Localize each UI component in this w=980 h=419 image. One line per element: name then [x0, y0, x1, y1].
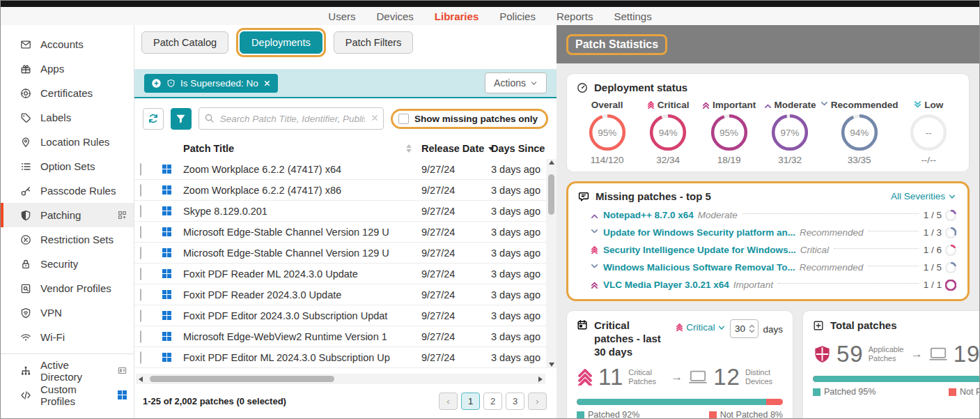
sidebar-item[interactable]: Option Sets: [1, 154, 134, 178]
tab[interactable]: Patch Filters: [334, 31, 414, 54]
refresh-button[interactable]: [143, 108, 164, 130]
progress-ring: [945, 245, 956, 256]
row-checkbox[interactable]: [140, 268, 141, 280]
scroll-left-icon[interactable]: [139, 376, 143, 382]
tab[interactable]: Patch Catalog: [141, 31, 228, 54]
show-missing-patches-toggle[interactable]: Show missing patches only: [391, 109, 548, 129]
vertical-scrollbar[interactable]: [546, 159, 557, 368]
row-checkbox[interactable]: [140, 289, 141, 301]
certificate-icon: [20, 87, 32, 99]
gauge-fraction: 33/35: [848, 155, 871, 165]
row-checkbox[interactable]: [140, 226, 141, 238]
column-release-date[interactable]: Release Date: [421, 143, 491, 154]
sidebar-item[interactable]: Accounts: [1, 32, 134, 56]
row-checkbox[interactable]: [140, 184, 141, 197]
sidebar-item[interactable]: Apps: [1, 56, 134, 81]
row-checkbox[interactable]: [140, 330, 141, 343]
arrow-icon: →: [671, 370, 683, 384]
filter-button[interactable]: [171, 108, 192, 130]
column-days-since[interactable]: Days Since: [491, 143, 545, 154]
patch-link[interactable]: Update for Windows Security platform an.…: [603, 227, 795, 238]
search-input[interactable]: [199, 107, 384, 130]
patch-title-cell: Foxit PDF Reader ML 2024.3.0 Update: [183, 268, 421, 280]
sidebar-item[interactable]: Security: [1, 252, 134, 276]
stepper-up-icon[interactable]: [749, 324, 755, 328]
table-row[interactable]: Zoom Workplace 6.2.2 (47417) x64 9/27/24…: [134, 159, 557, 180]
patch-list-area: Patch CatalogDeploymentsPatch Filters Is…: [134, 25, 557, 418]
days-since-cell: 3 days ago: [491, 247, 545, 259]
row-checkbox[interactable]: [140, 205, 141, 218]
severity-critical-icon: [591, 246, 598, 254]
top-nav-item[interactable]: Policies: [499, 10, 536, 22]
patch-link[interactable]: Security Intelligence Update for Windows…: [603, 245, 796, 255]
key-icon: [20, 185, 32, 197]
scrollbar-thumb[interactable]: [548, 174, 554, 215]
prev-page-button[interactable]: ‹: [439, 393, 458, 410]
remove-filter-icon[interactable]: [263, 79, 271, 87]
row-checkbox[interactable]: [140, 247, 141, 259]
patch-link[interactable]: Notepad++ 8.7.0 x64: [603, 210, 694, 220]
stepper-down-icon[interactable]: [749, 329, 755, 333]
card-title: Total patches: [830, 319, 897, 331]
column-patch-title[interactable]: Patch Title: [183, 143, 421, 154]
sidebar-item[interactable]: Certificates: [1, 81, 134, 105]
table-row[interactable]: Foxit PDF Editor 2024.3.0 Subscription U…: [134, 305, 557, 326]
severity-select[interactable]: Critical: [676, 322, 726, 333]
severity-filter-dropdown[interactable]: All Severities: [891, 191, 956, 201]
horizontal-scrollbar[interactable]: [136, 374, 545, 384]
device-fraction: 1 / 3: [924, 227, 942, 238]
row-checkbox[interactable]: [140, 310, 141, 322]
top-nav-item[interactable]: Reports: [557, 10, 593, 22]
sidebar-item-label: Custom Profiles: [40, 383, 109, 407]
patch-management-window: UsersDevicesLibrariesPoliciesReportsSett…: [0, 0, 980, 419]
sidebar-item[interactable]: Labels: [1, 105, 134, 130]
vendor-box-icon: [20, 282, 32, 294]
filter-chip-is-superseded[interactable]: Is Superseded: No: [144, 74, 278, 93]
patch-link[interactable]: Windows Malicious Software Removal To...: [603, 262, 795, 273]
table-row[interactable]: Zoom Workplace 6.2.2 (47417) x86 9/27/24…: [134, 180, 557, 201]
sidebar-item[interactable]: VPN: [1, 300, 134, 325]
row-checkbox[interactable]: [140, 351, 141, 364]
sidebar-item[interactable]: Location Rules: [1, 130, 134, 154]
sidebar-item[interactable]: Passcode Rules: [1, 178, 134, 203]
table-row[interactable]: Foxit PDF Editor ML 2024.3.0 Subscriptio…: [134, 347, 557, 368]
sidebar-item[interactable]: Patching: [1, 203, 134, 227]
scroll-right-icon[interactable]: [538, 376, 543, 382]
top-nav-item[interactable]: Devices: [377, 10, 414, 22]
sidebar-item[interactable]: Wi-Fi: [1, 325, 134, 349]
days-input[interactable]: [731, 323, 749, 334]
row-checkbox[interactable]: [140, 163, 141, 176]
sidebar-item[interactable]: Restriction Sets: [1, 227, 134, 252]
scrollbar-thumb[interactable]: [150, 376, 334, 382]
gauge-percentage: 95%: [589, 114, 626, 151]
page-button[interactable]: 2: [483, 393, 502, 410]
scroll-down-icon[interactable]: [549, 363, 554, 367]
table-row[interactable]: Skype 8.129.0.201 9/27/24 3 days ago: [134, 201, 557, 222]
sort-icon[interactable]: [406, 144, 412, 153]
sidebar-item-label: Active Directory: [40, 359, 109, 383]
actions-button[interactable]: Actions: [485, 73, 547, 93]
top-nav-item[interactable]: Settings: [614, 10, 651, 22]
missing-patch-row: Security Intelligence Update for Windows…: [591, 241, 956, 259]
next-page-button[interactable]: ›: [528, 393, 547, 410]
sidebar-item[interactable]: Active Directory: [1, 358, 134, 383]
table-row[interactable]: Microsoft Edge-Stable Channel Version 12…: [134, 243, 557, 264]
table-row[interactable]: Foxit PDF Reader 2024.3.0 Update 9/27/24…: [134, 284, 557, 305]
table-row[interactable]: Foxit PDF Reader ML 2024.3.0 Update 9/27…: [134, 264, 557, 284]
clear-search-icon[interactable]: [371, 114, 379, 122]
show-missing-checkbox[interactable]: [398, 114, 409, 124]
table-row[interactable]: Microsoft Edge-Stable Channel Version 12…: [134, 222, 557, 243]
top-nav-item[interactable]: Users: [328, 10, 355, 22]
top-nav-item[interactable]: Libraries: [435, 10, 479, 22]
sidebar-item[interactable]: Vendor Profiles: [1, 276, 134, 300]
sidebar-item[interactable]: Custom Profiles: [1, 383, 134, 407]
days-since-cell: 3 days ago: [491, 227, 545, 238]
patch-link[interactable]: VLC Media Player 3.0.21 x64: [603, 280, 729, 290]
deployment-status-card: Deployment status Overall 95%: [566, 73, 970, 172]
windows-color-icon: [162, 206, 183, 215]
page-button[interactable]: 1: [461, 393, 480, 410]
scroll-up-icon[interactable]: [549, 160, 554, 165]
page-button[interactable]: 3: [506, 393, 524, 410]
table-row[interactable]: Microsoft Edge-WebView2 Runtime Version …: [134, 326, 557, 347]
tab[interactable]: Deployments: [240, 31, 322, 54]
